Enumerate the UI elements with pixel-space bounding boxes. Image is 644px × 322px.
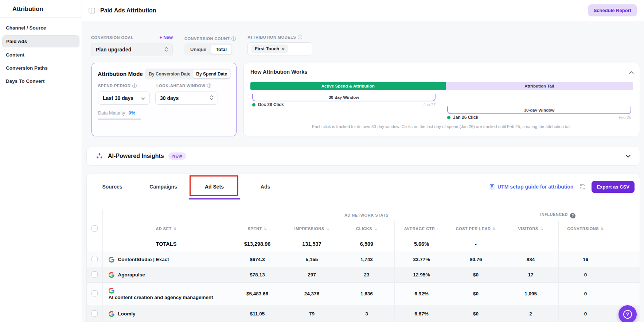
collapse-chevron-up-icon[interactable] (629, 69, 634, 75)
cell-visitors: 884 (503, 252, 558, 267)
table-row[interactable]: ContentStudio | Exact $674.3 5,155 1,743… (87, 252, 640, 267)
info-icon[interactable]: i (298, 35, 302, 39)
ai-insights-bar[interactable]: AI-Powered Insights NEW (86, 147, 640, 166)
sidebar: Attribution Channel / Source Paid Ads Co… (0, 0, 82, 322)
conversion-goal-value: Plan upgraded (96, 47, 131, 53)
totals-impressions: 131,537 (285, 236, 339, 252)
utm-link-label: UTM setup guide for attribution (497, 184, 573, 190)
cell-conversions: 16 (558, 252, 613, 267)
window2-click-label: Jan 26 Click (453, 115, 478, 120)
look-ahead-value: 30 days (160, 95, 179, 101)
sidebar-item-channel-source[interactable]: Channel / Source (2, 22, 79, 34)
look-ahead-select[interactable]: 30 days (155, 92, 218, 105)
col-average-ctr[interactable]: AVERAGE CTR↓ (394, 221, 449, 236)
col-spent[interactable]: SPENT⇅ (230, 221, 285, 236)
sidebar-toggle-icon[interactable] (89, 8, 95, 13)
sort-icon[interactable]: ⇅ (540, 227, 543, 231)
schedule-report-button[interactable]: Schedule Report (588, 4, 637, 16)
chevron-down-icon (141, 95, 145, 101)
cell-visitors: 2 (503, 305, 558, 322)
refresh-icon[interactable] (579, 183, 586, 190)
totals-avg-ctr: 5.66% (394, 236, 449, 252)
toggle-option-total[interactable]: Total (211, 45, 231, 54)
sort-desc-icon[interactable]: ↓ (437, 226, 439, 231)
totals-row: TOTALS $13,298.96 131,537 6,509 5.66% - (87, 236, 640, 252)
sort-icon[interactable]: ⇅ (173, 227, 177, 231)
sort-icon[interactable]: ⇅ (492, 227, 496, 231)
toggle-by-spend-date[interactable]: By Spend Date (193, 70, 230, 78)
row-checkbox[interactable] (91, 271, 98, 278)
table-row[interactable]: AI content creation and agency managemen… (87, 283, 640, 305)
spend-period-value: Last 30 days (103, 95, 133, 101)
cell-avg-ctr: 33.77% (394, 252, 449, 267)
report-tabs: Sources Campaigns Ad Sets Ads UTM setup … (87, 174, 640, 199)
sort-icon[interactable]: ⇅ (374, 227, 377, 231)
attribution-mode-card: Attribution Mode By Conversion Date By S… (91, 63, 237, 136)
col-cost-per-lead[interactable]: COST PER LEAD⇅ (449, 221, 503, 236)
question-mark-icon: ? (623, 310, 632, 319)
conversion-goal-select[interactable]: Plan upgraded (91, 43, 173, 56)
info-icon[interactable]: i (132, 84, 137, 88)
totals-spent: $13,298.96 (230, 236, 285, 252)
totals-label: TOTALS (102, 236, 230, 252)
cell-visitors: 17 (503, 267, 558, 283)
conversion-count-label: CONVERSION COUNT (184, 36, 230, 41)
tab-campaigns[interactable]: Campaigns (138, 174, 189, 199)
sort-icon[interactable]: ⇅ (601, 227, 604, 231)
utm-setup-guide-link[interactable]: UTM setup guide for attribution (489, 184, 573, 190)
spend-period-select[interactable]: Last 30 days (98, 92, 150, 105)
attribution-timeline: Active Spend & Attribution Attribution T… (250, 82, 633, 90)
attribution-models-box[interactable]: First Touch × (247, 42, 312, 55)
col-impressions[interactable]: IMPRESSIONS⇅ (285, 221, 339, 236)
sort-icon[interactable]: ⇅ (326, 227, 329, 231)
select-all-checkbox[interactable] (91, 225, 98, 232)
first-touch-chip[interactable]: First Touch × (251, 44, 288, 53)
remove-chip-icon[interactable]: × (282, 47, 285, 51)
help-button[interactable]: ? (618, 305, 637, 322)
google-ads-icon (109, 311, 114, 317)
export-csv-button[interactable]: Export as CSV (592, 181, 635, 193)
expand-chevron-down-icon[interactable] (625, 155, 631, 158)
table-row[interactable]: Loomly $11.05 79 3 6.67% $0 2 0 (87, 305, 640, 322)
toggle-option-unique[interactable]: Unique (186, 45, 211, 54)
window-bracket-1: 30-day Window (252, 94, 436, 101)
col-clicks[interactable]: CLICKS⇅ (339, 221, 394, 236)
google-ads-icon (109, 272, 114, 278)
group-influenced: INFLUENCED (540, 212, 568, 217)
sidebar-item-paid-ads[interactable]: Paid Ads (2, 35, 79, 47)
toggle-by-conversion-date[interactable]: By Conversion Date (146, 70, 193, 78)
col-conversions[interactable]: CONVERSIONS⇅ (558, 221, 613, 236)
info-icon[interactable]: i (231, 36, 236, 41)
info-icon[interactable]: i (207, 84, 211, 88)
sort-icon[interactable]: ⇅ (264, 227, 267, 231)
book-icon (489, 184, 495, 190)
attribution-mode-title: Attribution Mode (98, 71, 143, 77)
table-group-header-row: AD NETWORK STATS INFLUENCED? (87, 209, 640, 221)
sidebar-item-conversion-paths[interactable]: Conversion Paths (2, 62, 79, 74)
totals-conversions (558, 236, 613, 252)
row-checkbox[interactable] (91, 256, 98, 262)
col-ad-set[interactable]: AD SET⇅ (102, 221, 230, 236)
cell-spent: $674.3 (230, 252, 285, 267)
tab-sources[interactable]: Sources (87, 174, 138, 199)
tab-ads[interactable]: Ads (240, 174, 291, 199)
main-content: CONVERSION GOAL + New Plan upgraded CONV… (82, 21, 644, 322)
table-row[interactable]: Agorapulse $78.13 297 23 12.95% $0 17 0 (87, 267, 640, 283)
cell-cost-per-lead: $0 (449, 283, 503, 305)
col-visitors[interactable]: VISITORS⇅ (503, 221, 558, 236)
window1-click-label: Dec 28 Click (258, 102, 284, 107)
ad-set-name: ContentStudio | Exact (118, 257, 169, 262)
sidebar-item-days-to-convert[interactable]: Days To Convert (2, 75, 79, 87)
data-maturity-progressbar (98, 119, 141, 120)
question-badge-icon[interactable]: ? (570, 213, 575, 218)
cell-avg-ctr: 12.95% (394, 267, 449, 283)
row-checkbox[interactable] (91, 290, 98, 296)
cell-cost-per-lead: $0 (449, 305, 503, 322)
sidebar-item-content[interactable]: Content (2, 49, 79, 61)
cell-conversions: 0 (558, 267, 613, 283)
row-checkbox[interactable] (91, 310, 98, 317)
ad-set-name: Loomly (118, 311, 136, 317)
tab-ad-sets[interactable]: Ad Sets (189, 174, 240, 199)
new-goal-link[interactable]: + New (160, 35, 173, 40)
cell-impressions: 79 (285, 305, 339, 322)
